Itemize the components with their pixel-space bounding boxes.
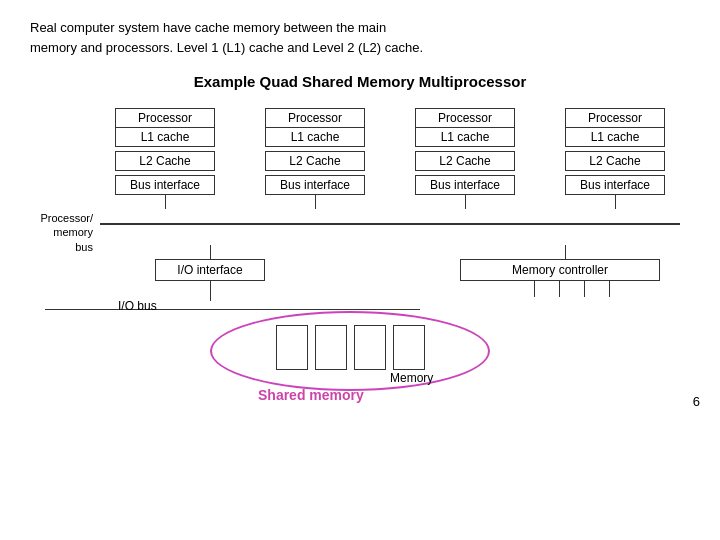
memory-label: Memory — [390, 371, 433, 385]
bus-interface-4: Bus interface — [565, 175, 665, 195]
l2-box-2: L2 Cache — [265, 151, 365, 171]
l1-box-3: L1 cache — [415, 128, 515, 147]
mc-vert-1 — [534, 281, 535, 297]
proc-box-4: Processor — [565, 108, 665, 128]
memory-section: Memory controller — [460, 245, 670, 297]
vert-connectors-area — [90, 195, 690, 209]
processor-4: Processor L1 cache L2 Cache Bus interfac… — [555, 108, 675, 195]
shared-memory-label: Shared memory — [258, 387, 364, 403]
mc-vert-3 — [584, 281, 585, 297]
l2-box-1: L2 Cache — [115, 151, 215, 171]
proc-box-2: Processor — [265, 108, 365, 128]
intro-line2: memory and processors. Level 1 (L1) cach… — [30, 40, 423, 55]
bus-interface-2: Bus interface — [265, 175, 365, 195]
intro-line1: Real computer system have cache memory b… — [30, 20, 386, 35]
subtitle: Example Quad Shared Memory Multiprocesso… — [30, 73, 690, 90]
bus-line-area: Processor/memorybus — [90, 209, 690, 239]
l2-box-3: L2 Cache — [415, 151, 515, 171]
mc-to-mem-verts — [520, 281, 610, 297]
vert-conn-3 — [465, 195, 466, 209]
bus-to-io-vert — [210, 245, 211, 259]
l1-box-2: L1 cache — [265, 128, 365, 147]
diagram: Processor L1 cache L2 Cache Bus interfac… — [30, 108, 690, 407]
bus-line — [100, 223, 680, 225]
bus-interface-1: Bus interface — [115, 175, 215, 195]
memory-boxes — [276, 325, 425, 370]
processor-2: Processor L1 cache L2 Cache Bus interfac… — [255, 108, 375, 195]
processors-row: Processor L1 cache L2 Cache Bus interfac… — [90, 108, 690, 195]
memory-controller-box: Memory controller — [460, 259, 660, 281]
l1-box-4: L1 cache — [565, 128, 665, 147]
bus-label: Processor/memorybus — [35, 211, 93, 254]
io-interface-box: I/O interface — [155, 259, 265, 281]
io-vert-down — [210, 281, 211, 301]
l1-box-1: L1 cache — [115, 128, 215, 147]
proc-box-1: Processor — [115, 108, 215, 128]
bus-interface-3: Bus interface — [415, 175, 515, 195]
mem-box-1 — [276, 325, 308, 370]
mc-vert-2 — [559, 281, 560, 297]
page: Real computer system have cache memory b… — [0, 0, 720, 417]
mem-box-4 — [393, 325, 425, 370]
proc-box-3: Processor — [415, 108, 515, 128]
page-number: 6 — [693, 394, 700, 409]
intro-text: Real computer system have cache memory b… — [30, 18, 690, 57]
l2-box-4: L2 Cache — [565, 151, 665, 171]
vert-conn-2 — [315, 195, 316, 209]
vert-conn-4 — [615, 195, 616, 209]
mc-vert-4 — [609, 281, 610, 297]
bus-to-mc-vert — [565, 245, 566, 259]
vert-conn-1 — [165, 195, 166, 209]
mem-box-3 — [354, 325, 386, 370]
processor-1: Processor L1 cache L2 Cache Bus interfac… — [105, 108, 225, 195]
mem-box-2 — [315, 325, 347, 370]
processor-3: Processor L1 cache L2 Cache Bus interfac… — [405, 108, 525, 195]
shared-mem-area: Memory Shared memory — [90, 307, 690, 407]
